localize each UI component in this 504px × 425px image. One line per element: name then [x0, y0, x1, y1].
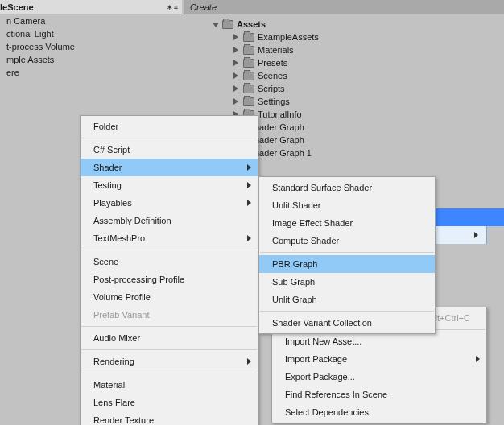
menu-item-label: Lens Flare	[93, 398, 135, 407]
expand-icon[interactable]	[233, 47, 240, 53]
project-header: Create	[184, 0, 504, 14]
menu-separator	[260, 311, 434, 312]
assets-menu-item[interactable]: Import Package	[272, 350, 486, 368]
folder-label: Settings	[258, 97, 290, 106]
folder-icon	[243, 97, 254, 106]
folder-item[interactable]: Scripts	[196, 82, 504, 95]
menu-separator	[81, 349, 257, 350]
folder-icon	[243, 59, 254, 68]
create-menu-item[interactable]: TextMeshPro	[81, 229, 258, 247]
context-menu-create: FolderC# ScriptShaderTestingPlayablesAss…	[80, 115, 258, 425]
submenu-arrow-icon	[247, 235, 251, 241]
create-menu-item[interactable]: Volume Profile	[81, 288, 258, 306]
submenu-arrow-icon	[247, 164, 251, 171]
menu-item-label: Post-processing Profile	[93, 274, 184, 284]
create-label[interactable]: Create	[190, 2, 217, 12]
shader-menu-item[interactable]: PBR Graph	[259, 255, 435, 273]
hierarchy-panel: leScene ∗≡ n Camera ctional Light t-proc…	[0, 0, 182, 79]
menu-separator	[260, 252, 434, 253]
menu-item-label: Shader	[93, 163, 122, 172]
shader-menu-item[interactable]: Image Effect Shader	[259, 214, 435, 232]
folder-item[interactable]: Presets	[196, 56, 504, 69]
shader-menu-item[interactable]: Sub Graph	[259, 273, 435, 291]
folder-label: Scripts	[258, 84, 285, 93]
submenu-caret-icon	[474, 232, 478, 238]
menu-item-label: Audio Mixer	[93, 333, 140, 343]
shader-menu-item[interactable]: Shader Variant Collection	[259, 314, 435, 332]
expand-icon[interactable]	[213, 23, 219, 29]
hierarchy-item[interactable]: n Camera	[0, 14, 182, 27]
create-menu-item[interactable]: Rendering	[81, 353, 258, 370]
create-menu-item[interactable]: C# Script	[81, 141, 258, 159]
folder-icon	[222, 20, 233, 29]
shader-menu-item[interactable]: Unlit Graph	[259, 291, 435, 308]
create-menu-item[interactable]: Folder	[81, 118, 258, 135]
menu-item-label: Volume Profile	[93, 292, 151, 302]
menu-item-label: PBR Graph	[272, 259, 317, 269]
hierarchy-item[interactable]: ere	[0, 66, 182, 79]
hierarchy-item[interactable]: mple Assets	[0, 53, 182, 66]
menu-item-label: Render Texture	[93, 415, 154, 425]
expand-icon[interactable]	[233, 72, 240, 79]
hierarchy-item[interactable]: t-process Volume	[0, 40, 182, 53]
shader-menu-item[interactable]: Unlit Shader	[259, 196, 435, 214]
context-menu-shader: Standard Surface ShaderUnlit ShaderImage…	[258, 176, 436, 334]
assets-menu-item[interactable]: Export Package...	[272, 368, 486, 386]
folder-item[interactable]: Settings	[196, 95, 504, 108]
menu-item-label: Playables	[93, 198, 132, 208]
assets-menu-item[interactable]: Import New Asset...	[272, 332, 486, 350]
menu-item-label: Find References In Scene	[285, 390, 387, 399]
create-menu-item[interactable]: Post-processing Profile	[81, 270, 258, 288]
submenu-arrow-icon	[247, 182, 251, 188]
menu-separator	[81, 326, 257, 327]
expand-icon[interactable]	[233, 60, 240, 66]
folder-item[interactable]: Scenes	[196, 69, 504, 82]
submenu-arrow-icon	[476, 356, 480, 362]
folder-label: Assets	[237, 19, 266, 29]
expand-icon[interactable]	[233, 98, 240, 105]
hierarchy-header: leScene ∗≡	[0, 0, 182, 14]
create-menu-item[interactable]: Render Texture	[81, 411, 258, 425]
create-menu-item[interactable]: Shader	[81, 159, 258, 176]
expand-icon[interactable]	[233, 34, 240, 40]
folder-item[interactable]: Materials	[196, 43, 504, 56]
folder-item[interactable]: ExampleAssets	[196, 31, 504, 43]
options-icon[interactable]: ∗≡	[167, 3, 179, 11]
asset-label: hader Graph 1	[254, 148, 312, 158]
folder-icon	[243, 46, 254, 55]
folder-assets[interactable]: Assets	[196, 18, 504, 31]
create-menu-item[interactable]: Lens Flare	[81, 394, 258, 411]
menu-item-label: Unlit Graph	[272, 295, 317, 304]
submenu-arrow-icon	[247, 200, 251, 206]
shader-menu-item[interactable]: Standard Surface Shader	[259, 179, 435, 196]
asset-label: hader Graph	[254, 122, 304, 132]
hierarchy-list: n Camera ctional Light t-process Volume …	[0, 14, 182, 79]
create-menu-item[interactable]: Playables	[81, 194, 258, 212]
expand-icon[interactable]	[233, 85, 240, 92]
menu-item-label: Import New Asset...	[285, 336, 361, 346]
menu-item-label: Sub Graph	[272, 277, 315, 287]
create-menu-item[interactable]: Scene	[81, 253, 258, 270]
menu-item-label: Rendering	[93, 357, 134, 366]
menu-separator	[81, 373, 257, 373]
folder-label: Scenes	[258, 71, 287, 80]
shader-menu-item[interactable]: Compute Shader	[259, 232, 435, 250]
folder-label: ExampleAssets	[258, 32, 319, 42]
menu-item-label: Import Package	[285, 354, 347, 364]
assets-menu-item[interactable]: Find References In Scene	[272, 386, 486, 403]
menu-item-label: Testing	[93, 180, 122, 190]
hierarchy-item[interactable]: ctional Light	[0, 27, 182, 40]
menu-item-label: Material	[93, 380, 125, 390]
create-menu-item[interactable]: Audio Mixer	[81, 329, 258, 347]
assets-menu-item[interactable]: Select Dependencies	[272, 403, 486, 421]
create-menu-item[interactable]: Testing	[81, 176, 258, 194]
folder-label: Presets	[258, 58, 287, 68]
menu-item-label: Compute Shader	[272, 236, 339, 246]
asset-label: hader Graph	[254, 135, 304, 145]
menu-item-label: Image Effect Shader	[272, 218, 353, 228]
menu-item-label: C# Script	[93, 145, 130, 155]
create-menu-item[interactable]: Assembly Definition	[81, 212, 258, 229]
create-menu-item[interactable]: Material	[81, 376, 258, 394]
hierarchy-title: leScene	[0, 2, 34, 12]
menu-item-label: TextMeshPro	[93, 233, 145, 243]
